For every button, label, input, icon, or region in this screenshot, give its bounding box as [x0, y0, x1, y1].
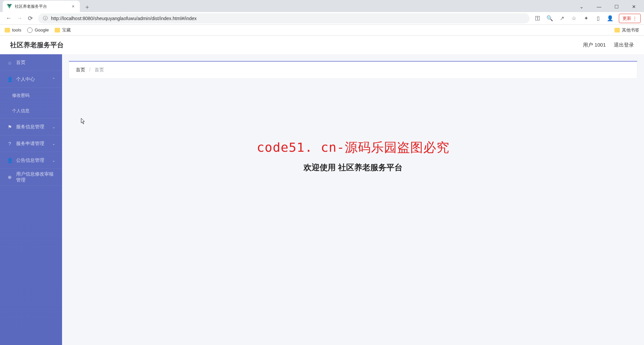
question-icon: ? — [7, 141, 13, 146]
chevron-down-icon: ⌄ — [52, 125, 55, 129]
breadcrumb-separator: / — [89, 67, 91, 72]
content-area: 首页 / 首页 code51. cn-源码乐园盗图必究 欢迎使用 社区养老服务平… — [62, 54, 644, 345]
site-info-icon[interactable]: ⓘ — [43, 15, 48, 21]
url-input[interactable]: ⓘ http://localhost:8080/sheuquyanglaofuw… — [38, 13, 530, 23]
logout-link[interactable]: 退出登录 — [614, 42, 634, 48]
address-bar: ← → ⟳ ⓘ http://localhost:8080/sheuquyang… — [0, 12, 644, 25]
menu-label: 公告信息管理 — [16, 157, 52, 163]
sidebar-item-service-info-mgmt[interactable]: ⚑ 服务信息管理 ⌄ — [0, 119, 62, 135]
browser-tab[interactable]: 社区养老服务平台 × — [3, 1, 80, 12]
sidebar-subitem-change-password[interactable]: 修改密码 — [0, 88, 62, 103]
password-key-icon[interactable]: ⚿ — [532, 13, 543, 24]
maximize-button[interactable]: ☐ — [609, 1, 624, 12]
tab-title: 社区养老服务平台 — [15, 4, 70, 9]
bookmark-baozang[interactable]: 宝藏 — [55, 27, 71, 33]
sidebar-subitem-personal-info[interactable]: 个人信息 — [0, 103, 62, 119]
person-icon: 👤 — [7, 158, 13, 163]
breadcrumb-home[interactable]: 首页 — [76, 67, 85, 72]
tab-bar: 社区养老服务平台 × + ⌄ — ☐ ✕ — [0, 0, 644, 12]
chevron-down-icon: ⌄ — [52, 141, 55, 146]
user-label[interactable]: 用户 1001 — [583, 42, 606, 48]
welcome-area: code51. cn-源码乐园盗图必究 欢迎使用 社区养老服务平台 — [69, 79, 637, 173]
folder-icon — [5, 28, 10, 32]
bookmark-label: Google — [35, 27, 49, 32]
submenu-label: 个人信息 — [12, 108, 30, 114]
folder-icon — [614, 28, 620, 32]
reading-list-icon[interactable]: ▯ — [593, 13, 603, 24]
bookmark-google[interactable]: Google — [27, 27, 49, 33]
menu-label: 服务信息管理 — [16, 124, 52, 130]
main-layout: ⌂ 首页 👤 个人中心 ⌃ 修改密码 个人信息 ⚑ 服务信息管理 ⌄ ? 服务申… — [0, 54, 644, 345]
bookmark-label: 其他书签 — [622, 27, 639, 33]
tab-dropdown-icon[interactable]: ⌄ — [574, 1, 589, 12]
toolbar-icons: ⚿ 🔍 ↗ ☆ ✦ ▯ 👤 更新 ⋮ — [532, 13, 641, 24]
target-icon: ⊕ — [7, 175, 13, 180]
update-label: 更新 — [623, 15, 631, 21]
welcome-text: 欢迎使用 社区养老服务平台 — [69, 162, 637, 173]
bookmark-label: tools — [12, 27, 21, 32]
menu-label: 个人中心 — [16, 76, 52, 82]
more-menu-icon: ⋮ — [633, 16, 637, 21]
home-icon: ⌂ — [7, 60, 13, 65]
bookmarks-bar: tools Google 宝藏 其他书签 — [0, 25, 644, 36]
minimize-button[interactable]: — — [592, 1, 606, 12]
bookmark-other[interactable]: 其他书签 — [614, 27, 639, 33]
zoom-icon[interactable]: 🔍 — [544, 13, 555, 24]
folder-icon — [55, 28, 60, 32]
bookmark-tools[interactable]: tools — [5, 27, 21, 32]
chevron-up-icon: ⌃ — [52, 77, 55, 82]
app-header: 社区养老服务平台 用户 1001 退出登录 — [0, 36, 644, 54]
flag-icon: ⚑ — [7, 124, 13, 130]
close-tab-icon[interactable]: × — [70, 4, 76, 9]
bookmark-label: 宝藏 — [62, 27, 71, 33]
app-title: 社区养老服务平台 — [10, 41, 64, 50]
sidebar-item-personal-center[interactable]: 👤 个人中心 ⌃ — [0, 71, 62, 88]
chevron-down-icon: ⌄ — [52, 158, 55, 163]
sidebar: ⌂ 首页 👤 个人中心 ⌃ 修改密码 个人信息 ⚑ 服务信息管理 ⌄ ? 服务申… — [0, 54, 62, 345]
globe-icon — [27, 27, 33, 33]
sidebar-item-home[interactable]: ⌂ 首页 — [0, 54, 62, 71]
watermark-warning-text: code51. cn-源码乐园盗图必究 — [69, 139, 637, 156]
header-right: 用户 1001 退出登录 — [583, 42, 634, 48]
share-icon[interactable]: ↗ — [556, 13, 567, 24]
update-button[interactable]: 更新 ⋮ — [619, 14, 641, 23]
submenu-label: 修改密码 — [12, 92, 30, 98]
person-icon: 👤 — [7, 77, 13, 82]
profile-avatar-icon[interactable]: 👤 — [605, 13, 615, 24]
new-tab-button[interactable]: + — [83, 3, 92, 12]
vue-favicon — [7, 4, 12, 9]
menu-label: 服务申请管理 — [16, 141, 52, 147]
sidebar-item-service-apply-mgmt[interactable]: ? 服务申请管理 ⌄ — [0, 135, 62, 152]
breadcrumb: 首页 / 首页 — [69, 61, 637, 79]
reload-button[interactable]: ⟳ — [25, 13, 36, 24]
extensions-icon[interactable]: ✦ — [581, 13, 591, 24]
close-window-button[interactable]: ✕ — [627, 1, 641, 12]
bookmark-star-icon[interactable]: ☆ — [569, 13, 579, 24]
window-controls: ⌄ — ☐ ✕ — [574, 1, 644, 12]
breadcrumb-current: 首页 — [95, 67, 104, 72]
url-text: http://localhost:8080/sheuquyanglaofuwu/… — [51, 16, 197, 21]
sidebar-item-user-audit-mgmt[interactable]: ⊕ 用户信息修改审核管理 — [0, 169, 62, 186]
menu-label: 首页 — [16, 60, 55, 66]
back-button[interactable]: ← — [3, 13, 14, 24]
sidebar-item-notice-mgmt[interactable]: 👤 公告信息管理 ⌄ — [0, 152, 62, 169]
menu-label: 用户信息修改审核管理 — [16, 171, 55, 183]
forward-button[interactable]: → — [14, 13, 25, 24]
browser-chrome: 社区养老服务平台 × + ⌄ — ☐ ✕ ← → ⟳ ⓘ http://loca… — [0, 0, 644, 36]
